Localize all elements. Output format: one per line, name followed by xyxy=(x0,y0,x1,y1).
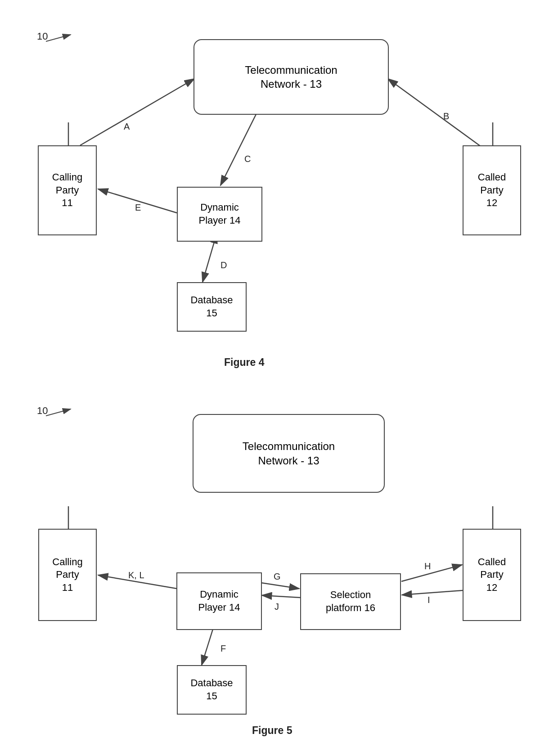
svg-text:C: C xyxy=(244,154,251,164)
fig4-database-label: Database 15 xyxy=(190,294,233,320)
svg-line-19 xyxy=(261,583,299,589)
fig5-selection-platform-label: Selection platform 16 xyxy=(326,589,375,614)
fig5-database-box: Database 15 xyxy=(177,665,247,715)
fig4-calling-party-box: Calling Party 11 xyxy=(38,145,97,235)
fig4-telecom-label: Telecommunication Network - 13 xyxy=(245,63,337,91)
fig4-label: Figure 4 xyxy=(224,356,264,369)
svg-text:K, L: K, L xyxy=(128,570,144,580)
fig4-called-party-box: Called Party 12 xyxy=(463,145,521,235)
svg-text:H: H xyxy=(424,561,431,571)
svg-line-21 xyxy=(262,595,301,598)
svg-line-27 xyxy=(202,626,214,665)
fig5-dynamic-player-box: Dynamic Player 14 xyxy=(176,572,262,630)
svg-line-9 xyxy=(98,189,177,213)
svg-line-11 xyxy=(202,242,214,282)
svg-text:F: F xyxy=(220,644,226,653)
fig5-calling-party-box: Calling Party 11 xyxy=(38,529,97,621)
svg-line-17 xyxy=(98,575,177,589)
fig4-dynamic-player-label: Dynamic Player 14 xyxy=(199,201,241,227)
fig4-database-box: Database 15 xyxy=(177,282,247,332)
svg-text:D: D xyxy=(220,260,227,270)
fig4-telecom-box: Telecommunication Network - 13 xyxy=(194,39,389,115)
svg-line-23 xyxy=(401,565,462,581)
fig5-10-arrow xyxy=(46,407,73,418)
fig5-calling-party-label: Calling Party 11 xyxy=(52,556,82,594)
fig5-dynamic-player-label: Dynamic Player 14 xyxy=(198,588,240,614)
svg-text:B: B xyxy=(443,111,449,121)
fig5-selection-platform-box: Selection platform 16 xyxy=(300,573,401,630)
fig5-called-party-box: Called Party 12 xyxy=(463,529,521,621)
svg-line-25 xyxy=(402,590,463,595)
fig4-calling-party-label: Calling Party 11 xyxy=(52,171,82,210)
svg-text:J: J xyxy=(274,602,279,612)
fig5-database-label: Database 15 xyxy=(190,677,233,702)
fig5-called-party-label: Called Party 12 xyxy=(478,556,506,594)
fig5-telecom-box: Telecommunication Network - 13 xyxy=(193,414,385,493)
svg-text:E: E xyxy=(135,202,141,212)
svg-text:G: G xyxy=(274,572,281,581)
svg-line-30 xyxy=(46,409,71,416)
fig4-called-party-label: Called Party 12 xyxy=(478,171,506,210)
fig4-10-arrow xyxy=(46,32,73,44)
fig5-label: Figure 5 xyxy=(252,724,292,737)
fig5-telecom-label: Telecommunication Network - 13 xyxy=(243,439,335,467)
page: A B C E D K, L G xyxy=(0,0,558,756)
svg-line-7 xyxy=(220,113,256,185)
fig4-dynamic-player-box: Dynamic Player 14 xyxy=(177,187,262,242)
svg-line-5 xyxy=(388,79,481,146)
svg-line-29 xyxy=(46,35,71,41)
svg-line-3 xyxy=(80,79,194,145)
svg-text:A: A xyxy=(124,122,130,131)
svg-text:I: I xyxy=(428,595,430,605)
